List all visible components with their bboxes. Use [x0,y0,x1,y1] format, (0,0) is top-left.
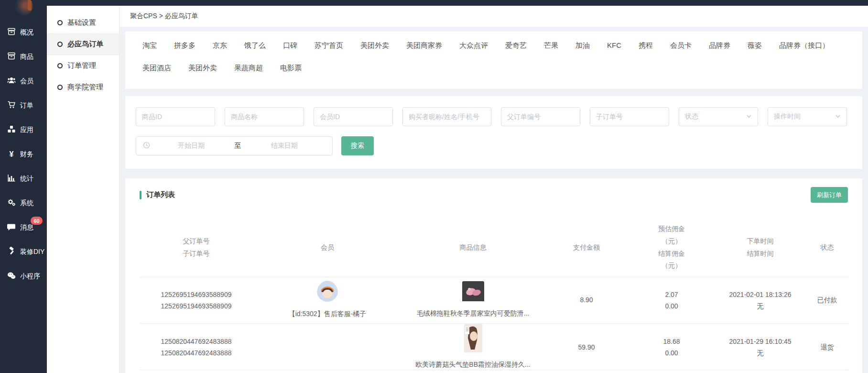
product-title: 欧美诗蘑菇头气垫BB霜控油保湿持久... [415,359,530,371]
sidebar-item-orders[interactable]: 订单 [0,93,47,118]
submenu-item-order-management[interactable]: 订单管理 [47,55,119,77]
tab-meituan-waimai-2[interactable]: 美团外卖 [188,64,217,73]
date-separator: 至 [233,142,243,150]
goods-id-input[interactable] [136,107,215,126]
sidebar-item-finance[interactable]: ¥ 财务 [0,142,47,166]
tab-pinpaiquan[interactable]: 品牌券 [709,41,730,50]
sidebar-item-apps[interactable]: 应用 [0,118,47,142]
tab-dazhongdianping[interactable]: 大众点评 [459,41,488,50]
order-numbers-cell: 1250820447692483888 1250820447692483888 [140,336,253,359]
table-row[interactable]: 1252695194693588909 1252695194693588909 … [140,277,848,324]
submenu-item-label: 商学院管理 [67,83,103,92]
sidebar-item-label: 小程序 [20,272,40,281]
refresh-orders-button[interactable]: 刷新订单 [811,187,848,203]
diy-icon [7,247,16,257]
search-button[interactable]: 搜索 [341,136,374,155]
sub-sidebar: 基础设置 必应鸟订单 订单管理 商学院管理 [47,6,119,373]
tab-guoshu-shangchao[interactable]: 果蔬商超 [234,64,263,73]
tab-taobao[interactable]: 淘宝 [142,41,157,50]
parent-order-input[interactable] [501,107,580,126]
sidebar-item-messages[interactable]: 消息 60 [0,215,47,240]
orders-table-head: 父订单号子订单号 会员 商品信息 支付金额 预估佣金（元） 结算佣金（元） 下单… [140,218,848,277]
platform-tabs-row-1: 淘宝 拼多多 京东 饿了么 口碑 苏宁首页 美团外卖 美团商家券 大众点评 爱奇… [142,41,845,50]
radio-circle-icon [57,63,63,68]
tab-meituan-shangjiaquan[interactable]: 美团商家券 [406,41,442,50]
member-id-input[interactable] [314,107,393,126]
tab-xiecheng[interactable]: 携程 [639,41,653,50]
sidebar-item-members[interactable]: 会员 [0,69,47,93]
messages-badge: 60 [31,217,43,225]
buyer-input[interactable] [402,107,491,126]
pay-amount-cell: 59.90 [544,341,629,353]
tab-mango[interactable]: 芒果 [544,41,558,50]
submenu-item-academy-management[interactable]: 商学院管理 [47,77,119,98]
member-avatar [317,281,338,306]
clock-icon [143,142,150,151]
tab-iqiyi[interactable]: 爱奇艺 [505,41,527,50]
product-cell: 毛绒棉拖鞋秋冬季居家室内可爱防滑... [402,281,544,319]
submenu-item-biyingniao-orders[interactable]: 必应鸟订单 [47,33,119,55]
tab-kfc[interactable]: KFC [607,41,621,50]
user-avatar[interactable] [15,0,33,15]
child-order-input[interactable] [590,107,669,126]
product-cell: 欧美诗蘑菇头气垫BB霜控油保湿持久... [402,324,544,371]
col-times: 下单时间结算时间 [714,235,806,260]
tab-jiayou[interactable]: 加油 [575,41,590,50]
status-select[interactable]: 状态 [679,107,758,126]
col-pay-amount: 支付金额 [544,241,629,254]
date-range-picker[interactable]: 开始日期 至 结束日期 [136,136,333,155]
sidebar-item-diy[interactable]: 装修DIY [0,240,47,264]
status-cell: 退货 [806,341,848,353]
filter-card: 状态 操作时间 开始日期 至 结束日期 搜索 [125,96,862,169]
tab-eleme[interactable]: 饿了么 [244,41,266,50]
sidebar-item-system[interactable]: 系统 [0,191,47,215]
member-cell: 【id:5302】售后客服-橘子 [253,281,402,320]
sidebar-item-label: 系统 [20,199,33,208]
tab-jingdong[interactable]: 京东 [213,41,227,50]
status-select-value: 状态 [685,112,698,121]
tab-suning[interactable]: 苏宁首页 [315,41,343,50]
sidebar-item-miniprogram[interactable]: 小程序 [0,264,47,288]
goods-icon [7,52,16,62]
commission-cell: 18.68 0.00 [629,336,714,359]
platform-tabs-row-2: 美团酒店 美团外卖 果蔬商超 电影票 [142,64,845,73]
apps-icon [7,125,16,135]
order-list-title-text: 订单列表 [146,190,175,199]
sidebar-item-label: 概况 [20,28,33,37]
system-icon [7,198,16,208]
miniprogram-icon [7,271,16,281]
product-image [462,281,484,305]
tab-pinduoduo[interactable]: 拼多多 [174,41,195,50]
tab-koubei[interactable]: 口碑 [283,41,297,50]
end-date-placeholder[interactable]: 结束日期 [243,142,326,150]
sidebar-item-label: 商品 [20,53,33,61]
order-list-title: 订单列表 [140,190,175,199]
operate-time-select[interactable]: 操作时间 [768,107,847,126]
tab-movie-tickets[interactable]: 电影票 [280,64,302,73]
order-list-header: 订单列表 刷新订单 [140,187,848,203]
times-cell: 2021-01-29 16:10:45 无 [714,336,806,359]
tab-pinpaiquan-api[interactable]: 品牌券（接口） [779,41,829,50]
pay-amount-cell: 8.90 [544,294,629,306]
sidebar-item-label: 统计 [20,175,33,183]
date-filter-row: 开始日期 至 结束日期 搜索 [136,136,852,155]
submenu-item-label: 基础设置 [67,18,96,27]
orders-icon [7,100,16,110]
goods-name-input[interactable] [225,107,304,126]
table-row[interactable]: 1250820447692483888 1250820447692483888 … [140,324,848,370]
sidebar-item-goods[interactable]: 商品 [0,44,47,69]
top-bar [0,0,868,6]
tab-meituan-waimai[interactable]: 美团外卖 [360,41,389,50]
tab-meituan-hotel[interactable]: 美团酒店 [142,64,171,73]
overview-icon [7,27,16,37]
tab-huiyuanka[interactable]: 会员卡 [670,41,692,50]
col-order-numbers: 父订单号子订单号 [140,235,253,260]
tab-weizi[interactable]: 薇姿 [748,41,762,50]
title-marker [140,191,141,199]
sidebar-item-stats[interactable]: 统计 [0,166,47,191]
start-date-placeholder[interactable]: 开始日期 [150,142,233,150]
submenu-item-basic-settings[interactable]: 基础设置 [47,12,119,33]
chevron-down-icon [835,113,841,121]
sidebar-item-label: 装修DIY [20,248,44,256]
sidebar-item-overview[interactable]: 概况 [0,20,47,44]
